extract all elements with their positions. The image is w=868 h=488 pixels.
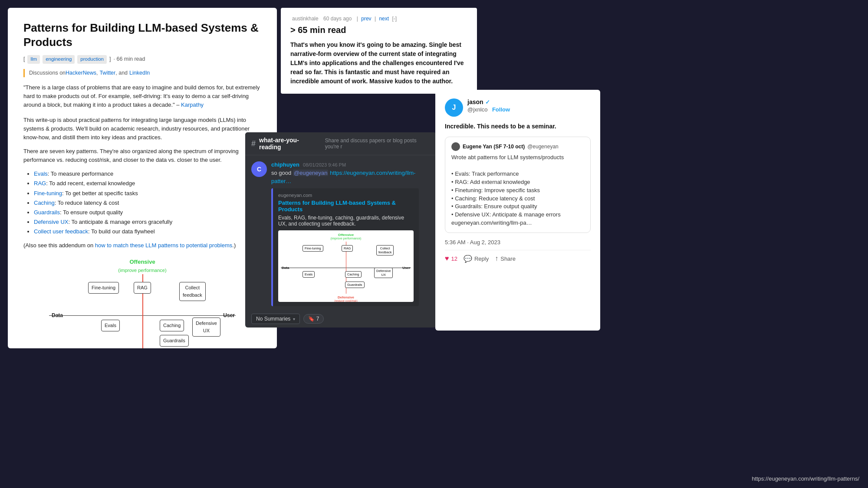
discord-footer: No Summaries ▾ 🔖 7 <box>245 310 436 328</box>
reaction-emoji: 🔖 <box>308 316 315 322</box>
mini-diagram-offensive-sub: (improve performance) <box>281 237 411 240</box>
tweet-likes: 12 <box>451 255 457 262</box>
list-item-collect-feedback: Collect user feedback: To build our data… <box>34 227 261 236</box>
heart-icon: ♥ <box>445 255 449 262</box>
share-icon: ↑ <box>495 255 498 262</box>
karpathy-link[interactable]: Karpathy <box>181 102 204 108</box>
tag-engineering[interactable]: engineering <box>43 55 75 64</box>
discord-msg-header: chiphuyen 08/01/2023 9:46 PM <box>271 161 430 168</box>
tweet-reply-label: Reply <box>474 255 489 262</box>
article-patterns: There are seven key patterns. They're al… <box>23 147 261 164</box>
discord-mention[interactable]: @eugeneyan <box>293 170 329 176</box>
tag-production[interactable]: production <box>77 55 107 64</box>
comment-time: 60 days ago <box>323 16 352 22</box>
list-item-evals: Evals: To measure performance <box>34 170 261 178</box>
tag-bracket-close: ] <box>109 55 111 63</box>
article-list: Evals: To measure performance RAG: To ad… <box>23 170 261 236</box>
article-body-1: This write-up is about practical pattern… <box>23 116 261 142</box>
tweet-display-name: jason ✓ <box>467 98 591 105</box>
article-panel: Patterns for Building LLM-based Systems … <box>8 8 277 348</box>
discord-no-summaries-button[interactable]: No Summaries ▾ <box>251 314 300 324</box>
tweet-username: @jxnlco <box>467 106 487 113</box>
tweet-reply-button[interactable]: 💬 Reply <box>464 255 489 263</box>
list-item-rag: RAG: To add recent, external knowledge <box>34 179 261 188</box>
diagram-offensive-sublabel: (improve performance) <box>43 267 242 274</box>
mini-diagram-defensive: Defensive <box>281 295 411 299</box>
tweet-share-button[interactable]: ↑ Share <box>495 255 516 262</box>
discord-username[interactable]: chiphuyen <box>271 161 299 168</box>
list-item-guardrails: Guardrails: To ensure output quality <box>34 208 261 217</box>
tweet-user-info: jason ✓ @jxnlco Follow <box>467 98 591 113</box>
tweet-share-label: Share <box>500 255 516 262</box>
mini-box-collect-feedback: Collect feedback <box>376 245 394 255</box>
tweet-quoted: Eugene Yan (SF 7-10 oct) @eugeneyan Wrot… <box>445 137 591 233</box>
axis-data-label: Data <box>52 311 63 319</box>
article-quote: "There is a large class of problems that… <box>23 83 261 109</box>
comment-next-link[interactable]: next <box>379 16 389 22</box>
defensive-ux-link[interactable]: Defensive UX <box>34 219 68 225</box>
fine-tuning-link[interactable]: Fine-tuning <box>34 190 62 197</box>
chevron-down-icon: ▾ <box>293 317 295 321</box>
comment-meta: austinkhale 60 days ago | prev | next [-… <box>290 16 467 22</box>
discord-avatar: C <box>251 161 267 177</box>
mini-box-caching: Caching <box>345 271 362 278</box>
mini-diagram-defensive-sub: (reduce cost/risk) <box>281 299 411 302</box>
tweet-quoted-avatar <box>451 142 460 151</box>
hackernews-link[interactable]: HackerNews <box>66 69 96 77</box>
diagram-offensive-label: Offensive <box>43 258 242 266</box>
tag-bracket-open: [ <box>23 55 25 63</box>
mini-box-evals: Evals <box>302 271 315 278</box>
mini-box-rag: RAG <box>342 245 353 252</box>
addendum-link[interactable]: how to match these LLM patterns to poten… <box>95 242 233 249</box>
rag-link[interactable]: RAG <box>34 180 46 187</box>
tweet-header: J jason ✓ @jxnlco Follow <box>445 98 591 117</box>
tweet-quoted-header: Eugene Yan (SF 7-10 oct) @eugeneyan <box>451 142 584 151</box>
caching-link[interactable]: Caching <box>34 200 55 206</box>
discord-msg-content: chiphuyen 08/01/2023 9:46 PM so good @eu… <box>271 161 430 306</box>
llm-patterns-diagram: Offensive (improve performance) Data Use… <box>43 258 242 348</box>
tweet-username-row: @jxnlco Follow <box>467 105 591 113</box>
discord-body: C chiphuyen 08/01/2023 9:46 PM so good @… <box>245 155 436 310</box>
discord-embed-title[interactable]: Patterns for Building LLM-based Systems … <box>278 200 414 213</box>
diagram-box-guardrails: Guardrails <box>160 335 189 347</box>
tweet-follow-button[interactable]: Follow <box>492 106 510 113</box>
diagram-box-rag: RAG <box>134 282 151 294</box>
discord-no-summaries-label: No Summaries <box>256 316 290 322</box>
url-bar: https://eugeneyan.com/writing/llm-patter… <box>752 475 859 482</box>
evals-link[interactable]: Evals <box>34 170 48 177</box>
discord-panel: # what-are-you-reading Share and discuss… <box>245 132 436 328</box>
comment-username[interactable]: austinkhale <box>292 16 319 22</box>
diagram-box-collect-feedback: Collect feedback <box>179 282 206 301</box>
discord-channel-name[interactable]: what-are-you-reading <box>259 137 318 151</box>
tweet-avatar: J <box>445 98 463 117</box>
tweet-like-button[interactable]: ♥ 12 <box>445 255 457 262</box>
article-title: Patterns for Building LLM-based Systems … <box>23 21 261 49</box>
guardrails-link[interactable]: Guardrails <box>34 209 60 216</box>
twitter-link[interactable]: Twitter <box>99 69 115 77</box>
axis-user-label: User <box>223 311 235 319</box>
discord-message-text: so good @eugeneyan https://eugeneyan.com… <box>271 169 430 186</box>
mini-label-data: Data <box>282 265 289 269</box>
reaction-count: 7 <box>316 316 319 322</box>
collect-feedback-link[interactable]: Collect user feedback <box>34 228 88 235</box>
verified-icon: ✓ <box>485 99 490 105</box>
discord-embed: eugeneyan.com Patterns for Building LLM-… <box>271 188 419 306</box>
discord-embed-source: eugeneyan.com <box>278 193 414 198</box>
diagram-box-defensive-ux: Defensive UX <box>192 318 220 337</box>
linkedin-link[interactable]: LinkedIn <box>129 69 150 77</box>
mini-diagram: Offensive (improve performance) Data Use… <box>278 230 414 302</box>
comment-read-time: > 65 min read <box>290 25 467 35</box>
tweet-timestamp: 5:36 AM · Aug 2, 2023 <box>445 239 591 246</box>
tweet-quoted-body: Wrote abt patterns for LLM systems/produ… <box>451 154 584 227</box>
tag-llm[interactable]: llm <box>27 55 40 64</box>
hackernews-comment-panel: austinkhale 60 days ago | prev | next [-… <box>281 8 477 94</box>
comment-prev-link[interactable]: prev <box>361 16 371 22</box>
discord-header: # what-are-you-reading Share and discuss… <box>245 132 436 155</box>
read-time: · 66 min read <box>114 55 145 63</box>
reply-icon: 💬 <box>464 255 472 263</box>
discord-reaction-button[interactable]: 🔖 7 <box>303 314 324 324</box>
list-item-caching: Caching: To reduce latency & cost <box>34 199 261 207</box>
comment-collapse[interactable]: [-] <box>392 16 397 22</box>
diagram-box-evals: Evals <box>101 320 120 331</box>
tweet-panel: J jason ✓ @jxnlco Follow Incredible. Thi… <box>435 90 600 331</box>
